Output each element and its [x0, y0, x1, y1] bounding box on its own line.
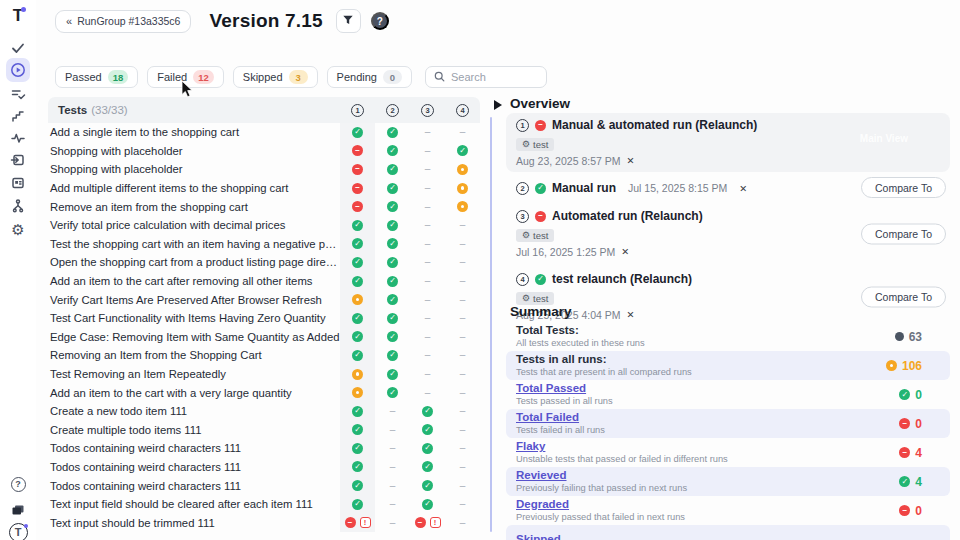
status-cell[interactable]: −! [340, 513, 375, 532]
filter-chip-failed[interactable]: Failed12 [147, 66, 224, 88]
run-column-header[interactable]: 2 [375, 104, 410, 117]
table-row[interactable]: Shopping with placeholder−✓–✓ [48, 142, 480, 161]
status-cell[interactable]: − [340, 160, 375, 179]
compare-to-button[interactable]: Compare To [861, 177, 946, 198]
compare-to-button[interactable]: Compare To [861, 223, 946, 244]
sidebar-item-steps[interactable] [6, 104, 30, 128]
status-cell[interactable]: ✓ [375, 257, 410, 268]
status-cell[interactable]: − [340, 179, 375, 198]
remove-run-icon[interactable]: ✕ [627, 155, 635, 166]
status-cell[interactable]: – [410, 313, 445, 323]
status-cell[interactable]: – [410, 164, 445, 174]
table-row[interactable]: Remove an item from the shopping cart−✓– [48, 197, 480, 216]
sidebar-item-library[interactable] [6, 497, 30, 521]
status-cell[interactable] [445, 164, 480, 175]
sidebar-item-tests[interactable] [6, 36, 30, 60]
table-row[interactable]: Verify total price calculation with deci… [48, 216, 480, 235]
table-row[interactable]: Test Cart Functionality with Items Havin… [48, 309, 480, 328]
status-cell[interactable]: ✓ [340, 309, 375, 328]
summary-link[interactable]: Total Failed [516, 411, 605, 424]
status-cell[interactable]: ✓ [375, 145, 410, 156]
filter-chip-pending[interactable]: Pending0 [327, 66, 412, 88]
status-cell[interactable]: ✓ [375, 313, 410, 324]
remove-run-icon[interactable]: ✕ [621, 246, 629, 257]
status-cell[interactable]: ✓ [340, 346, 375, 365]
status-cell[interactable]: – [410, 127, 445, 137]
status-cell[interactable]: – [445, 276, 480, 286]
sidebar-item-branches[interactable] [6, 194, 30, 218]
run-number-icon[interactable]: 4 [456, 104, 469, 117]
status-cell[interactable]: – [410, 239, 445, 249]
status-cell[interactable]: – [445, 425, 480, 435]
run-item[interactable]: 3−Automated run (Relaunch)⚙testJul 16, 2… [506, 204, 950, 263]
status-cell[interactable]: – [410, 388, 445, 398]
run-column-header[interactable]: 4 [445, 104, 480, 117]
status-cell[interactable] [340, 290, 375, 309]
status-cell[interactable]: – [445, 332, 480, 342]
table-row[interactable]: Create a new todo item 111✓–✓– [48, 402, 480, 421]
table-row[interactable]: Edge Case: Removing Item with Same Quant… [48, 328, 480, 347]
sidebar-item-runs[interactable] [6, 58, 30, 82]
table-row[interactable]: Open the shopping cart from a product li… [48, 253, 480, 272]
comment-icon[interactable]: ! [360, 517, 371, 528]
table-row[interactable]: Todos containing weird characters 111✓–✓… [48, 476, 480, 495]
run-number-icon[interactable]: 2 [386, 104, 399, 117]
summary-link[interactable]: Total Passed [516, 382, 613, 395]
status-cell[interactable]: ✓ [375, 331, 410, 342]
run-number-icon[interactable]: 3 [516, 210, 529, 223]
table-row[interactable]: Add multiple different items to the shop… [48, 179, 480, 198]
table-row[interactable]: Add an item to the cart with a very larg… [48, 383, 480, 402]
table-row[interactable]: Todos containing weird characters 111✓–✓… [48, 458, 480, 477]
status-cell[interactable]: −! [410, 517, 445, 528]
status-cell[interactable]: – [375, 499, 410, 509]
status-cell[interactable]: – [375, 406, 410, 416]
summary-link[interactable]: Skipped [516, 533, 561, 540]
status-cell[interactable]: ✓ [375, 294, 410, 305]
summary-link[interactable]: Revieved [516, 469, 687, 482]
run-number-icon[interactable]: 2 [516, 182, 529, 195]
status-cell[interactable]: – [410, 350, 445, 360]
status-cell[interactable]: ✓ [340, 495, 375, 514]
status-cell[interactable]: ✓ [375, 387, 410, 398]
filter-chip-skipped[interactable]: Skipped3 [233, 66, 318, 88]
run-item[interactable]: 1−Manual & automated run (Relaunch)⚙test… [506, 113, 950, 172]
filter-button[interactable] [336, 9, 361, 33]
table-row[interactable]: Add an item to the cart after removing a… [48, 272, 480, 291]
status-cell[interactable]: ✓ [410, 461, 445, 472]
status-cell[interactable]: ✓ [340, 439, 375, 458]
status-cell[interactable]: ✓ [375, 369, 410, 380]
status-cell[interactable]: ✓ [410, 499, 445, 510]
panel-divider[interactable] [490, 117, 492, 532]
run-number-icon[interactable]: 4 [516, 273, 529, 286]
status-cell[interactable]: ✓ [375, 127, 410, 138]
status-cell[interactable]: – [410, 257, 445, 267]
rungroup-back-button[interactable]: « RunGroup #13a335c6 [55, 10, 191, 33]
run-item[interactable]: 4✓test relaunch (Relaunch)⚙testAug 25, 2… [506, 267, 950, 326]
status-cell[interactable]: ✓ [375, 238, 410, 249]
status-cell[interactable]: – [445, 369, 480, 379]
filter-chip-passed[interactable]: Passed18 [55, 66, 138, 88]
status-cell[interactable]: – [445, 499, 480, 509]
run-number-icon[interactable]: 3 [421, 104, 434, 117]
status-cell[interactable]: ✓ [375, 276, 410, 287]
run-number-icon[interactable]: 1 [516, 119, 529, 132]
sidebar-item-account[interactable]: T [6, 520, 30, 540]
run-tag[interactable]: ⚙test [516, 229, 554, 242]
status-cell[interactable]: ✓ [340, 253, 375, 272]
status-cell[interactable]: ✓ [410, 406, 445, 417]
remove-run-icon[interactable]: ✕ [627, 309, 635, 320]
status-cell[interactable]: – [410, 146, 445, 156]
status-cell[interactable]: ✓ [410, 424, 445, 435]
status-cell[interactable]: – [445, 406, 480, 416]
status-cell[interactable]: – [445, 239, 480, 249]
status-cell[interactable]: ✓ [410, 443, 445, 454]
status-cell[interactable]: – [445, 481, 480, 491]
status-cell[interactable]: – [375, 462, 410, 472]
status-cell[interactable]: – [445, 127, 480, 137]
status-cell[interactable] [445, 183, 480, 194]
sidebar-item-reports[interactable] [6, 171, 30, 195]
status-cell[interactable]: – [375, 518, 410, 528]
status-cell[interactable]: – [445, 350, 480, 360]
status-cell[interactable]: – [445, 257, 480, 267]
run-item[interactable]: 2✓Manual runJul 15, 2025 8:15 PM✕Compare… [506, 176, 950, 200]
